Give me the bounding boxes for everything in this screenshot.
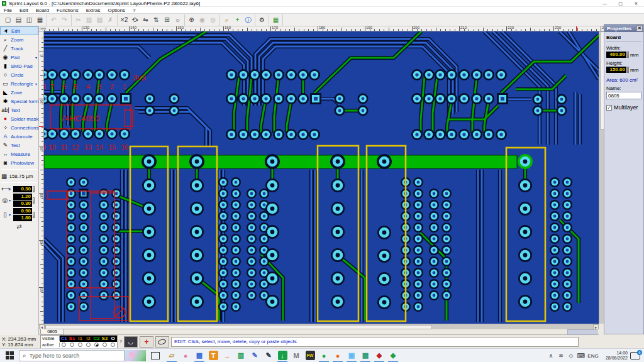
cut-button[interactable]: ✂ <box>73 15 84 25</box>
track-width-control[interactable]: ⟷ ▾ 0.30 <box>0 185 38 193</box>
horizontal-scrollbar-thumb[interactable] <box>45 325 432 329</box>
group-button[interactable]: ⊞ <box>162 15 172 25</box>
tool-edit[interactable]: ➤Edit <box>0 26 38 35</box>
tool-measure[interactable]: ↔Measure <box>0 150 38 158</box>
print-button[interactable]: ▦ <box>35 15 45 25</box>
download-manager-icon[interactable]: ↓ <box>275 349 289 362</box>
pad-size-stepper[interactable] <box>33 197 35 204</box>
maximize-button[interactable]: ▢ <box>613 0 628 7</box>
copy-button[interactable]: ▥ <box>84 15 94 25</box>
layer-help[interactable]: ? <box>119 339 122 344</box>
print-preview-button[interactable]: ▦ <box>270 15 281 25</box>
sprint-layout-taskbar-icon[interactable]: ● <box>317 349 331 362</box>
layer-active-S2[interactable] <box>101 343 109 347</box>
cards-app-icon[interactable]: ▩ <box>358 349 372 362</box>
start-button[interactable] <box>0 349 19 362</box>
layer-visible-O[interactable]: O <box>109 336 117 341</box>
fw-app-icon[interactable]: FW <box>303 349 317 362</box>
settings-button[interactable]: ⚙ <box>257 15 267 25</box>
chevron-down-icon[interactable]: ▾ <box>9 198 13 202</box>
paste-button[interactable]: ▧ <box>94 15 105 25</box>
duplicate-button[interactable]: ×2 <box>119 15 130 25</box>
layer-visible-S2[interactable]: S2 <box>101 336 109 341</box>
tool-connections[interactable]: ⁘Connections <box>0 123 38 132</box>
photos-icon[interactable]: ▣ <box>345 349 358 362</box>
total-commander-icon[interactable]: T <box>206 349 220 362</box>
tool-photoview[interactable]: ◙Photoview <box>0 158 38 167</box>
menu-?[interactable]: ? <box>129 8 139 13</box>
save-button[interactable]: ◫ <box>24 15 35 25</box>
board-height-value[interactable]: 150.00 <box>606 67 626 73</box>
rotate-button[interactable]: ⟲▾ <box>130 15 140 25</box>
paint-app-icon[interactable]: ● <box>179 349 192 362</box>
chevron-down-icon[interactable]: ▾ <box>9 212 13 217</box>
smd-size-stepper[interactable] <box>33 212 35 218</box>
multilayer-checkbox[interactable]: ✓ Multilayer <box>606 104 641 111</box>
designer-app-icon[interactable]: ✎ <box>262 349 275 362</box>
calculator-icon[interactable]: ▦ <box>192 349 206 362</box>
smd-size-control[interactable]: ▯ ▾ 0.90 1.80 <box>0 207 38 222</box>
layer-active-O[interactable] <box>109 343 117 347</box>
layer-visible-S1[interactable]: S1 <box>68 336 76 341</box>
tool-autoroute[interactable]: AAutoroute <box>0 132 38 141</box>
network-icon[interactable]: ≋ <box>556 353 566 359</box>
width-stepper[interactable] <box>627 52 629 58</box>
crosshair-button[interactable]: + <box>232 15 243 25</box>
macro-button[interactable]: ◎ <box>208 15 218 25</box>
tray-chevron-icon[interactable]: ∧ <box>546 353 556 359</box>
chevron-down-icon[interactable]: ▾ <box>35 82 37 86</box>
freehand-mode-button[interactable] <box>155 336 169 348</box>
track-width-stepper[interactable] <box>33 186 35 192</box>
tool-circle[interactable]: ○Circle <box>0 70 38 79</box>
tool-text[interactable]: ab|Text <box>0 106 38 114</box>
tool-solder-mask[interactable]: ●Solder mask <box>0 114 38 123</box>
chart-app-icon[interactable]: ▥ <box>234 349 248 362</box>
pcb-canvas[interactable]: 3v374HC405087654321910111213141516 <box>44 31 599 324</box>
delete-button[interactable]: ✗ <box>105 15 116 25</box>
pad-outer-value[interactable]: 1.20 <box>13 194 32 200</box>
pad-size-control[interactable]: ◎ ▾ 1.20 0.30 <box>0 193 38 207</box>
mirror-horizontal-button[interactable]: ⇋ <box>140 15 151 25</box>
firefox-icon[interactable]: ● <box>331 349 345 362</box>
menu-options[interactable]: Options <box>104 8 129 13</box>
tool-rectangle[interactable]: ▭Rectangle▾ <box>0 79 38 88</box>
board-name-input[interactable]: 0805 <box>606 92 641 99</box>
height-stepper[interactable] <box>627 67 629 73</box>
lock-button[interactable]: ◉ <box>197 15 208 25</box>
new-button[interactable]: ▢ <box>3 15 13 25</box>
rotate-values-icon[interactable]: ⇄ <box>0 223 38 230</box>
editor-app-icon[interactable]: ✎ <box>248 349 262 362</box>
layer-active-I1[interactable] <box>76 343 84 347</box>
align-button[interactable]: ⊕ <box>186 15 197 25</box>
smd-height-value[interactable]: 1.80 <box>13 215 32 221</box>
menu-edit[interactable]: Edit <box>16 8 32 13</box>
pad-drill-value[interactable]: 0.30 <box>13 200 32 207</box>
file-explorer-icon[interactable]: ▱ <box>165 349 179 362</box>
clock[interactable]: 14:00 28/06/2022 <box>600 351 628 361</box>
tool-pad[interactable]: ◉Pad▾ <box>0 53 38 62</box>
zoom-tool-button[interactable]: ⌕ <box>221 15 232 25</box>
keyboard-icon[interactable]: ⌨ <box>576 353 586 359</box>
proteus-red-icon[interactable]: ◆ <box>372 349 386 362</box>
taskbar-search[interactable]: ⌕ Type here to search <box>19 350 125 361</box>
undo-button[interactable]: ↶ <box>48 15 59 25</box>
redo-button[interactable]: ↷ <box>59 15 70 25</box>
tool-track[interactable]: ╱Track <box>0 44 38 53</box>
task-view-icon[interactable] <box>151 352 160 359</box>
proteus-green-icon[interactable]: ◆ <box>386 349 400 362</box>
m-app-icon[interactable]: M <box>289 349 303 362</box>
chevron-down-icon[interactable]: ▾ <box>9 187 13 191</box>
minimize-button[interactable]: — <box>597 0 613 7</box>
tool-zone[interactable]: ◣Zone <box>0 88 38 97</box>
smd-width-value[interactable]: 0.90 <box>13 208 32 214</box>
tool-special-form[interactable]: ✱Special form <box>0 97 38 106</box>
layer-visible-C2[interactable]: C2 <box>92 336 101 341</box>
tool-zoom[interactable]: ⌕Zoom <box>0 35 38 44</box>
crosshair-mode-button[interactable]: + <box>140 336 153 348</box>
tool-test[interactable]: ✎Test <box>0 141 38 150</box>
language-indicator[interactable]: ENG <box>586 353 600 359</box>
board-width-value[interactable]: 400.00 <box>606 52 626 58</box>
layer-visible-C1[interactable]: C1 <box>60 336 68 341</box>
close-button[interactable]: ✕ <box>628 0 644 7</box>
layer-active-C2[interactable] <box>92 343 101 347</box>
